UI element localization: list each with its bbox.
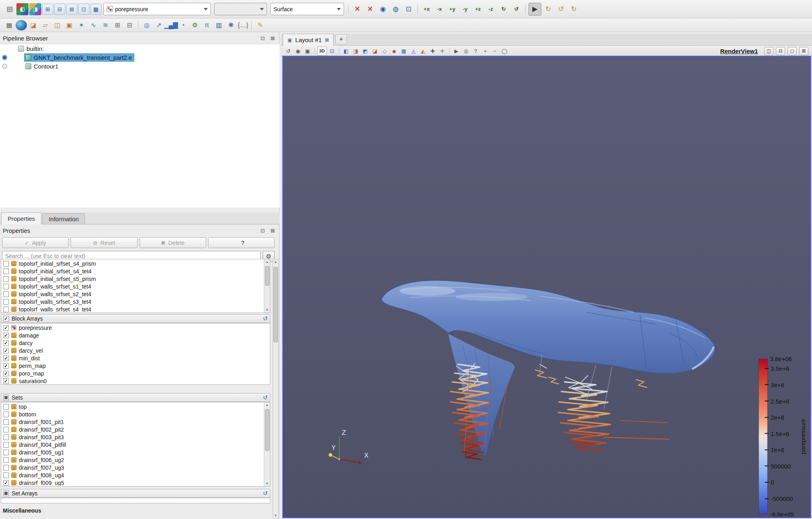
add-layout-tab-button[interactable]: + bbox=[335, 34, 347, 44]
set-row[interactable]: drainsrf_f006_ug2 bbox=[2, 456, 263, 464]
array-checkbox[interactable] bbox=[3, 261, 9, 267]
restore-defaults-icon[interactable]: ↺ bbox=[263, 394, 268, 401]
group-datasets-icon[interactable]: ⊞ bbox=[112, 20, 123, 30]
block-arrays-checkbox[interactable] bbox=[3, 316, 9, 321]
select-points-rectangle-icon[interactable]: ◨ bbox=[351, 47, 360, 55]
pipeline-item[interactable]: Contour1 bbox=[0, 62, 279, 71]
plot-selection-over-time-icon[interactable]: ◔ bbox=[177, 20, 188, 30]
dock-close-button[interactable]: ⊠ bbox=[269, 34, 276, 42]
array-row[interactable]: topolsrf_walls_srfset_s1_tet4 bbox=[2, 283, 263, 290]
scroll-down-icon[interactable]: ▼ bbox=[273, 513, 279, 518]
adjust-camera-icon[interactable]: ↺ bbox=[284, 47, 293, 55]
view-toolbar-icon[interactable] bbox=[314, 48, 315, 55]
scroll-down-icon[interactable]: ▼ bbox=[264, 307, 270, 313]
array-row[interactable]: topolsrf_initial_srfset_s4_prism bbox=[2, 260, 263, 267]
toggle-2d3d-button[interactable]: 3D bbox=[317, 46, 327, 56]
set-checkbox[interactable] bbox=[3, 404, 9, 410]
calculator-icon[interactable]: ▦ bbox=[4, 20, 15, 30]
array-row[interactable]: topolsrf_walls_srfset_s4_tet4 bbox=[2, 305, 263, 312]
contour-icon[interactable]: ◍ bbox=[16, 20, 27, 30]
array-checkbox[interactable] bbox=[3, 299, 9, 305]
set-row[interactable]: drainsrf_f002_pit2 bbox=[2, 426, 263, 433]
ruler-pencil-icon[interactable]: ✎ bbox=[255, 20, 266, 30]
array-row[interactable]: saturation0 bbox=[2, 377, 269, 384]
help-button[interactable]: ? bbox=[208, 237, 275, 248]
split-vertical-button[interactable]: ⊟ bbox=[776, 47, 785, 55]
select-points-polygon-icon[interactable]: ◆ bbox=[390, 47, 399, 55]
array-row[interactable]: topolsrf_initial_srfset_s4_tet4 bbox=[2, 267, 263, 275]
array-checkbox[interactable] bbox=[3, 291, 9, 297]
restore-defaults-icon[interactable]: ↺ bbox=[263, 315, 268, 322]
interactive-select-cells-icon[interactable]: ◬ bbox=[409, 47, 418, 55]
pick-center-icon[interactable]: ◎ bbox=[462, 47, 470, 55]
component-dropdown[interactable] bbox=[214, 3, 267, 15]
zoom-to-data-icon[interactable]: ◉ bbox=[377, 3, 389, 15]
dock-close-button[interactable]: ⊠ bbox=[269, 227, 276, 234]
rescale-to-data-range-icon[interactable]: ⊞ bbox=[42, 4, 53, 15]
rescale-to-visible-range-icon[interactable]: ⊠ bbox=[66, 4, 77, 15]
array-row[interactable]: porepressure bbox=[2, 324, 269, 331]
toolbar-icon[interactable] bbox=[417, 4, 418, 14]
select-arrow-icon[interactable]: ▶ bbox=[452, 47, 461, 55]
reset-button[interactable]: ⊘ Reset bbox=[71, 237, 137, 248]
slice-icon[interactable]: ▱ bbox=[40, 20, 51, 30]
set-row[interactable]: drainsrf_f003_pit3 bbox=[2, 433, 263, 441]
scroll-up-icon[interactable]: ▲ bbox=[264, 402, 270, 408]
pipeline-item[interactable]: GNKT_benchmark_transient_part2.e bbox=[0, 53, 279, 62]
tab-information[interactable]: Information bbox=[42, 213, 85, 224]
dock-float-button[interactable]: ⊡ bbox=[259, 227, 266, 234]
probe-location-icon[interactable]: ◎ bbox=[141, 20, 152, 30]
pipeline-item[interactable]: builtin: bbox=[0, 44, 279, 53]
view-toolbar-icon[interactable] bbox=[449, 48, 450, 55]
edit-color-map-icon[interactable]: ◧ bbox=[16, 3, 28, 15]
toolbar-icon[interactable] bbox=[525, 4, 526, 14]
zoom-to-box-icon[interactable]: ⊡ bbox=[403, 3, 415, 15]
dock-float-button[interactable]: ⊡ bbox=[259, 34, 266, 42]
set-view-plus-z-icon[interactable]: +z bbox=[472, 3, 484, 15]
set-row[interactable]: drainsrf_f005_ug1 bbox=[2, 448, 263, 456]
shrink-selection-icon[interactable]: − bbox=[490, 47, 499, 55]
toolbar-icon[interactable] bbox=[251, 20, 252, 30]
array-row[interactable]: darcy bbox=[2, 339, 269, 347]
stream-tracer-icon[interactable]: ∿ bbox=[88, 20, 99, 30]
array-checkbox[interactable] bbox=[3, 371, 9, 376]
array-checkbox[interactable] bbox=[3, 340, 9, 346]
hover-cells-icon[interactable]: ✚ bbox=[428, 47, 437, 55]
zoom-closest-to-data-icon[interactable]: ◍ bbox=[390, 3, 402, 15]
properties-titlebar[interactable]: Properties ⊡ ⊠ bbox=[0, 225, 279, 236]
tab-properties[interactable]: Properties bbox=[1, 212, 41, 224]
reset-camera-closest-icon[interactable]: ✕ bbox=[364, 3, 376, 15]
restore-defaults-icon[interactable]: ↺ bbox=[263, 490, 268, 497]
set-view-plus-y-icon[interactable]: +y bbox=[446, 3, 458, 15]
scroll-thumb[interactable] bbox=[265, 266, 269, 286]
set-row[interactable]: bottom bbox=[2, 410, 263, 418]
rescale-over-time-icon[interactable]: ⊡ bbox=[78, 4, 89, 15]
capture-screenshot-icon[interactable]: ◉ bbox=[294, 47, 302, 55]
camera-undo-icon[interactable]: ↺ bbox=[555, 3, 567, 15]
set-view-minus-z-icon[interactable]: -z bbox=[485, 3, 497, 15]
camera-redo-icon[interactable]: ↻ bbox=[568, 3, 580, 15]
pipeline-browser-titlebar[interactable]: Pipeline Browser ⊡ ⊠ bbox=[0, 33, 279, 43]
array-checkbox[interactable] bbox=[3, 269, 9, 274]
reset-camera-icon[interactable]: ✕ bbox=[351, 3, 363, 15]
variable-dropdown[interactable]: porepressure bbox=[103, 3, 211, 15]
interactive-select-points-icon[interactable]: ◭ bbox=[419, 47, 427, 55]
expressions-icon[interactable]: {…} bbox=[237, 20, 249, 30]
array-row[interactable]: topolsrf_initial_srfset_s5_prism bbox=[2, 275, 263, 283]
temporal-interpolator-icon[interactable]: ❋ bbox=[225, 20, 237, 30]
query-tooltip-icon[interactable]: ? bbox=[471, 47, 480, 55]
set-view-minus-x-icon[interactable]: -x bbox=[433, 3, 445, 15]
visibility-eye-icon[interactable] bbox=[2, 55, 7, 60]
clear-selection-icon[interactable]: ◯ bbox=[500, 47, 509, 55]
use-separate-color-map-icon[interactable]: ◨ bbox=[29, 3, 41, 15]
array-checkbox[interactable] bbox=[3, 363, 9, 369]
scroll-up-icon[interactable]: ▲ bbox=[273, 259, 279, 265]
view-toolbar-icon[interactable] bbox=[339, 48, 339, 55]
render-scene[interactable]: Z X Y bbox=[283, 57, 810, 517]
array-checkbox[interactable] bbox=[3, 355, 9, 361]
toggle-interaction-mode-icon[interactable]: ▶ bbox=[529, 3, 541, 16]
representation-dropdown[interactable]: Surface bbox=[270, 3, 344, 15]
select-block-icon[interactable]: ▦ bbox=[399, 47, 408, 55]
array-row[interactable]: min_dist bbox=[2, 354, 269, 362]
spreadsheet-view-icon[interactable]: ▥ bbox=[213, 20, 225, 30]
